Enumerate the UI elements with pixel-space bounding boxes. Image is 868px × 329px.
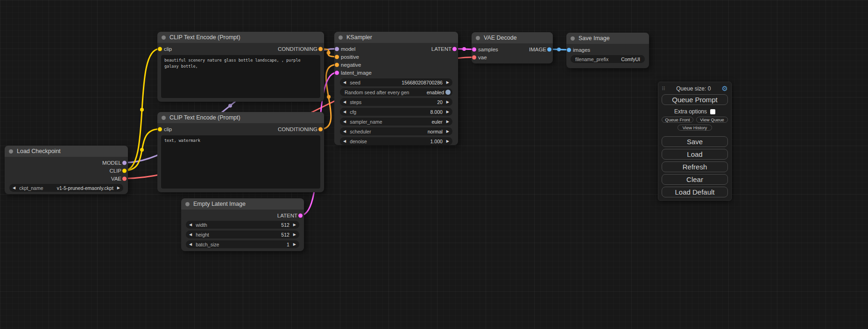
decrement-arrow-icon[interactable]: ◀ [343,140,346,143]
image-output-dot[interactable] [547,47,551,51]
increment-arrow-icon[interactable]: ▶ [446,120,449,124]
sampler-name-widget[interactable]: ◀ sampler_name euler ▶ [340,118,452,126]
decrement-arrow-icon[interactable]: ◀ [13,186,15,190]
widget-value: 20 [437,99,443,105]
node-title: Empty Latent Image [193,201,246,207]
random-seed-widget[interactable]: Random seed after every gen enabled [340,88,452,96]
steps-widget[interactable]: ◀ steps 20 ▶ [340,98,452,106]
input-label-positive: positive [341,54,359,60]
vae-output-dot[interactable] [122,176,127,181]
filename-prefix-widget[interactable]: filename_prefix ComfyUI [571,55,645,63]
node-load-checkpoint[interactable]: Load Checkpoint MODEL CLIP VAE ◀ ckpt_na… [5,146,128,194]
save-button[interactable]: Save [662,136,728,147]
increment-arrow-icon[interactable]: ▶ [446,110,449,114]
node-header[interactable]: Load Checkpoint [5,146,128,157]
decrement-arrow-icon[interactable]: ◀ [343,100,346,104]
clip-output-dot[interactable] [122,168,127,173]
height-widget[interactable]: ◀ height 512 ▶ [186,231,299,238]
decrement-arrow-icon[interactable]: ◀ [343,110,346,114]
node-header[interactable]: VAE Decode [472,32,553,43]
positive-input-dot[interactable] [335,55,339,59]
collapse-dot-icon[interactable] [9,149,13,154]
random-seed-toggle[interactable] [445,90,451,95]
link-midpoint-dot [462,47,466,51]
widget-label: sampler_name [350,119,382,125]
node-save-image[interactable]: Save Image images filename_prefix ComfyU… [566,33,649,68]
node-empty-latent-image[interactable]: Empty Latent Image LATENT ◀ width 512 ▶ … [181,198,304,251]
negative-input-dot[interactable] [335,63,339,67]
collapse-dot-icon[interactable] [571,36,575,41]
view-history-button[interactable]: View History [677,125,712,131]
clip-input-dot[interactable] [158,127,162,131]
refresh-button[interactable]: Refresh [662,161,728,172]
clear-button[interactable]: Clear [662,174,728,185]
model-input-dot[interactable] [335,47,339,51]
negative-prompt-textarea[interactable]: text, watermark [161,135,320,189]
latent-output-dot[interactable] [298,213,303,217]
conditioning-output-dot[interactable] [318,47,323,51]
node-clip-text-encode-negative[interactable]: CLIP Text Encode (Prompt) clip CONDITION… [157,112,324,192]
node-header[interactable]: Save Image [566,33,649,44]
increment-arrow-icon[interactable]: ▶ [293,243,296,246]
images-input-dot[interactable] [567,48,571,52]
decrement-arrow-icon[interactable]: ◀ [189,233,192,237]
queue-buttons-row: Queue Front View Queue [662,117,728,123]
queue-front-button[interactable]: Queue Front [662,117,693,123]
increment-arrow-icon[interactable]: ▶ [293,223,296,227]
increment-arrow-icon[interactable]: ▶ [446,81,449,84]
collapse-dot-icon[interactable] [162,35,166,40]
decrement-arrow-icon[interactable]: ◀ [343,120,346,124]
decrement-arrow-icon[interactable]: ◀ [189,243,192,246]
batch-size-widget[interactable]: ◀ batch_size 1 ▶ [186,240,299,248]
samples-input-dot[interactable] [472,47,476,51]
node-title: KSampler [346,34,372,41]
drag-handle-icon[interactable]: ⠿ [662,86,665,91]
view-queue-button[interactable]: View Queue [696,117,728,123]
model-output-dot[interactable] [122,161,127,165]
latent-image-input-dot[interactable] [335,70,339,75]
latent-output-dot[interactable] [452,47,457,51]
denoise-widget[interactable]: ◀ denoise 1.000 ▶ [340,137,452,145]
output-slot-vae: VAE [5,175,128,182]
increment-arrow-icon[interactable]: ▶ [446,140,449,143]
increment-arrow-icon[interactable]: ▶ [117,186,120,190]
increment-arrow-icon[interactable]: ▶ [446,100,449,104]
comfyui-canvas[interactable]: { "colors": { "model": "#B39DDB", "clip"… [0,0,868,329]
widget-label: filename_prefix [575,56,608,62]
conditioning-output-dot[interactable] [318,127,323,131]
load-button[interactable]: Load [662,149,728,160]
decrement-arrow-icon[interactable]: ◀ [189,223,192,227]
decrement-arrow-icon[interactable]: ◀ [343,81,346,84]
widget-label: scheduler [350,129,371,134]
ckpt-name-widget[interactable]: ◀ ckpt_name v1-5-pruned-emaonly.ckpt ▶ [9,184,123,192]
node-header[interactable]: CLIP Text Encode (Prompt) [157,32,324,43]
decrement-arrow-icon[interactable]: ◀ [343,130,346,133]
node-vae-decode[interactable]: VAE Decode samples IMAGE vae [472,32,553,63]
increment-arrow-icon[interactable]: ▶ [446,130,449,133]
settings-gear-icon[interactable]: ⚙ [722,85,728,92]
queue-prompt-button[interactable]: Queue Prompt [662,94,728,105]
width-widget[interactable]: ◀ width 512 ▶ [186,221,299,229]
scheduler-widget[interactable]: ◀ scheduler normal ▶ [340,127,452,135]
node-clip-text-encode-positive[interactable]: CLIP Text Encode (Prompt) clip CONDITION… [157,32,324,102]
load-default-button[interactable]: Load Default [662,187,728,197]
output-label-latent: LATENT [431,46,452,52]
collapse-dot-icon[interactable] [185,202,190,206]
input-slot-positive: positive [334,53,458,61]
seed-widget[interactable]: ◀ seed 156680208700286 ▶ [340,78,452,86]
vae-input-dot[interactable] [472,55,476,59]
extra-options-checkbox[interactable] [710,109,715,114]
clip-input-dot[interactable] [158,47,162,51]
widget-label: denoise [350,139,367,144]
positive-prompt-textarea[interactable]: beautiful scenery nature glass bottle la… [161,55,320,98]
collapse-dot-icon[interactable] [339,35,343,40]
extra-options-row: Extra options [662,108,728,115]
increment-arrow-icon[interactable]: ▶ [293,233,296,237]
node-header[interactable]: Empty Latent Image [181,198,304,210]
cfg-widget[interactable]: ◀ cfg 8.000 ▶ [340,108,452,116]
node-header[interactable]: KSampler [334,32,458,43]
node-ksampler[interactable]: KSampler model LATENT positive negative … [334,32,458,145]
collapse-dot-icon[interactable] [476,36,480,40]
collapse-dot-icon[interactable] [162,116,166,120]
node-header[interactable]: CLIP Text Encode (Prompt) [157,112,324,123]
